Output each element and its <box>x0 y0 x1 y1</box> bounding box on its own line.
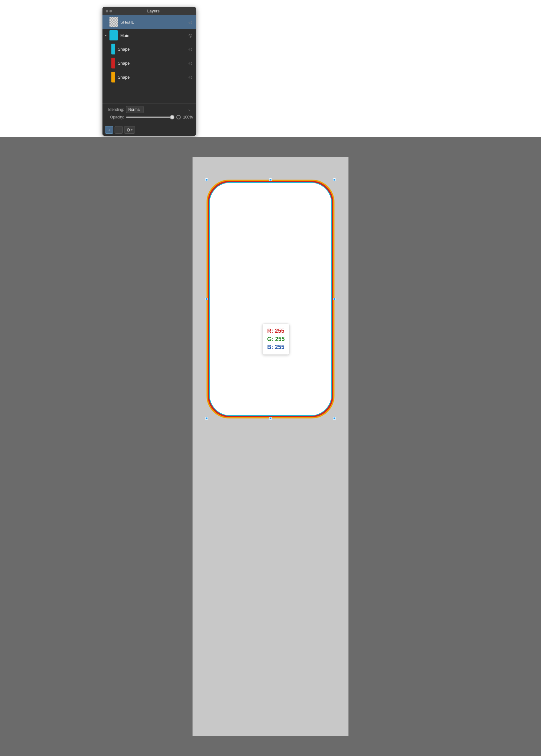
color-b-value: B: 255 <box>267 343 284 351</box>
layer-thumb-main <box>110 30 118 40</box>
layer-thumb-shape1 <box>111 44 115 54</box>
layers-panel: Layers SH&HL ◎ ▾ Main ◎ Shape ◎ Shape ◎ <box>103 7 196 136</box>
handle-tc[interactable] <box>269 178 272 181</box>
canvas-area: R: 255 G: 255 B: 255 <box>0 137 541 756</box>
panel-header: Layers <box>103 7 196 15</box>
layer-thumb-shape3 <box>111 72 115 82</box>
gear-dropdown-arrow: ▾ <box>131 128 133 132</box>
handle-bl[interactable] <box>205 417 208 420</box>
layer-label-main: Main <box>120 33 187 38</box>
layer-row-shape2[interactable]: Shape ◎ <box>103 56 196 70</box>
layer-thumb-shhl <box>110 17 118 27</box>
shape-white-fill <box>210 183 331 415</box>
color-r-value: R: 255 <box>267 327 284 335</box>
layers-settings: Blending: Normal Multiply Screen Overlay… <box>103 103 196 124</box>
layer-empty-space <box>103 84 196 103</box>
opacity-circle <box>176 115 181 119</box>
layer-label-shape3: Shape <box>118 75 187 80</box>
blending-label: Blending: <box>106 107 124 112</box>
handle-tl[interactable] <box>205 178 208 181</box>
remove-layer-button[interactable]: − <box>115 126 123 134</box>
layers-toolbar: + − ⚙ ▾ <box>103 124 196 136</box>
handle-tr[interactable] <box>333 178 336 181</box>
top-area: Layers SH&HL ◎ ▾ Main ◎ Shape ◎ Shape ◎ <box>0 0 541 137</box>
opacity-slider[interactable] <box>126 117 175 118</box>
dot-2 <box>110 10 112 12</box>
shape-container: R: 255 G: 255 B: 255 <box>207 180 334 418</box>
panel-title: Layers <box>114 9 193 13</box>
layer-row-shape1[interactable]: Shape ◎ <box>103 42 196 56</box>
document-canvas: R: 255 G: 255 B: 255 <box>193 157 348 736</box>
window-controls <box>106 10 112 12</box>
layer-eye-main[interactable]: ◎ <box>187 33 194 38</box>
handle-bc[interactable] <box>269 417 272 420</box>
layer-expand-main[interactable]: ▾ <box>105 34 110 37</box>
gear-icon: ⚙ <box>126 127 131 132</box>
add-layer-button[interactable]: + <box>105 126 113 134</box>
layer-label-shape2: Shape <box>118 61 187 66</box>
layer-thumb-shape2 <box>111 58 115 68</box>
dot-1 <box>106 10 108 12</box>
blending-select[interactable]: Normal Multiply Screen Overlay Darken Li… <box>126 106 144 113</box>
layer-row-shape3[interactable]: Shape ◎ <box>103 70 196 84</box>
layer-row-main[interactable]: ▾ Main ◎ <box>103 29 196 42</box>
layer-row-shhl[interactable]: SH&HL ◎ <box>103 15 196 29</box>
layer-eye-shape3[interactable]: ◎ <box>187 75 194 80</box>
handle-br[interactable] <box>333 417 336 420</box>
layer-settings-button[interactable]: ⚙ ▾ <box>124 126 135 134</box>
opacity-slider-wrapper: 100% <box>126 115 193 119</box>
handle-ml[interactable] <box>205 298 208 300</box>
layer-eye-shape1[interactable]: ◎ <box>187 46 194 52</box>
opacity-row: Opacity: 100% <box>106 115 193 119</box>
layer-label-shape1: Shape <box>118 47 187 52</box>
color-g-value: G: 255 <box>267 335 284 343</box>
blending-row: Blending: Normal Multiply Screen Overlay… <box>106 106 193 113</box>
layer-eye-shape2[interactable]: ◎ <box>187 61 194 66</box>
layer-label-shhl: SH&HL <box>120 20 187 25</box>
layer-eye-shhl[interactable]: ◎ <box>187 19 194 25</box>
opacity-label: Opacity: <box>106 115 124 119</box>
handle-mr[interactable] <box>333 298 336 300</box>
color-readout: R: 255 G: 255 B: 255 <box>262 324 289 355</box>
opacity-value: 100% <box>183 115 193 119</box>
blending-wrapper: Normal Multiply Screen Overlay Darken Li… <box>126 106 193 113</box>
